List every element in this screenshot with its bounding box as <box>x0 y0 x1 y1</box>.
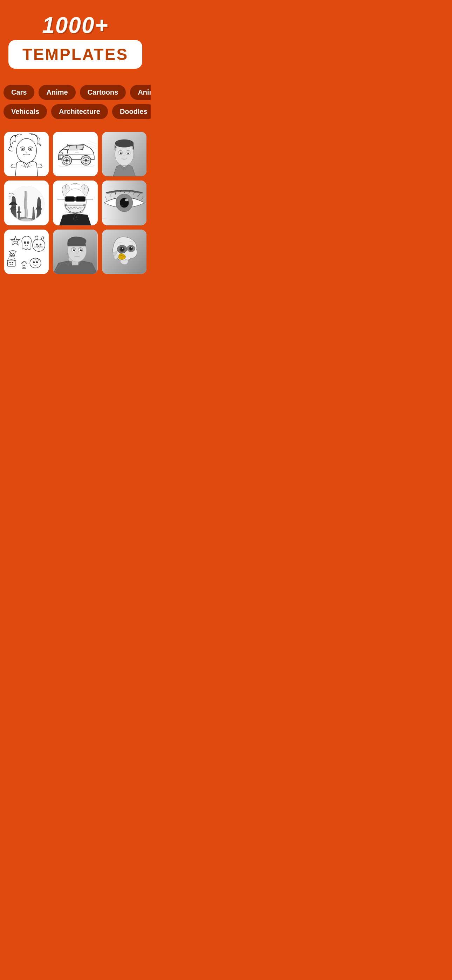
svg-point-82 <box>25 242 25 242</box>
svg-point-81 <box>27 241 29 243</box>
gallery-card-nature[interactable] <box>4 180 49 225</box>
svg-rect-16 <box>59 153 63 154</box>
svg-point-95 <box>14 239 15 240</box>
tag-anime[interactable]: Anime <box>38 85 75 100</box>
svg-point-97 <box>11 253 12 254</box>
tag-cars[interactable]: Cars <box>3 85 34 100</box>
svg-point-88 <box>40 243 41 244</box>
svg-point-44 <box>128 153 129 153</box>
tags-row-2: Vehicals Architecture Doodles Food <box>0 102 151 121</box>
gallery-grid <box>0 125 151 281</box>
svg-point-131 <box>131 247 132 248</box>
svg-point-79 <box>12 262 13 263</box>
svg-point-117 <box>73 249 75 251</box>
gallery-card-eagle[interactable] <box>102 229 146 274</box>
svg-rect-56 <box>66 197 74 201</box>
count-display: 1000+ <box>7 14 144 37</box>
svg-point-120 <box>81 250 82 250</box>
gallery-card-eye[interactable] <box>102 180 146 225</box>
svg-point-127 <box>120 247 124 251</box>
tag-animals[interactable]: Animals <box>130 85 151 100</box>
svg-point-108 <box>24 265 25 266</box>
svg-point-89 <box>38 245 40 247</box>
gallery-card-car[interactable] <box>53 132 97 176</box>
svg-point-1 <box>16 138 37 163</box>
svg-rect-60 <box>74 198 76 201</box>
gallery-card-doodles[interactable] <box>4 229 49 274</box>
tag-doodles[interactable]: Doodles <box>112 104 151 119</box>
svg-point-119 <box>74 250 75 250</box>
tag-vehicals[interactable]: Vehicals <box>3 104 47 119</box>
svg-point-83 <box>28 242 29 242</box>
svg-point-107 <box>23 265 24 266</box>
svg-point-96 <box>16 239 17 240</box>
header-section: 1000+ TEMPLATES <box>0 0 151 76</box>
svg-rect-57 <box>76 197 85 201</box>
svg-point-74 <box>121 205 123 206</box>
gallery-card-anime1[interactable] <box>4 132 49 176</box>
svg-point-38 <box>115 140 134 148</box>
svg-point-87 <box>37 243 38 244</box>
templates-title: TEMPLATES <box>22 45 128 64</box>
gallery-card-masked-anime[interactable] <box>53 180 97 225</box>
tags-section: Cars Anime Cartoons Animals Nature Vehic… <box>0 76 151 125</box>
gallery-card-portrait1[interactable] <box>102 132 146 176</box>
svg-point-130 <box>122 247 123 249</box>
svg-point-73 <box>125 199 128 201</box>
svg-point-43 <box>121 153 121 153</box>
svg-point-114 <box>68 237 86 245</box>
templates-badge: TEMPLATES <box>8 40 142 69</box>
svg-point-4 <box>22 149 24 150</box>
tag-cartoons[interactable]: Cartoons <box>80 85 126 100</box>
svg-point-78 <box>10 262 11 263</box>
svg-point-98 <box>13 253 14 254</box>
svg-point-80 <box>24 241 26 243</box>
svg-point-102 <box>33 261 34 262</box>
tag-architecture[interactable]: Architecture <box>51 104 108 119</box>
gallery-card-portrait2[interactable] <box>53 229 97 274</box>
tags-row-1: Cars Anime Cartoons Animals Nature <box>0 83 151 102</box>
svg-point-7 <box>30 149 31 150</box>
svg-point-132 <box>121 255 122 256</box>
svg-point-118 <box>80 249 82 251</box>
